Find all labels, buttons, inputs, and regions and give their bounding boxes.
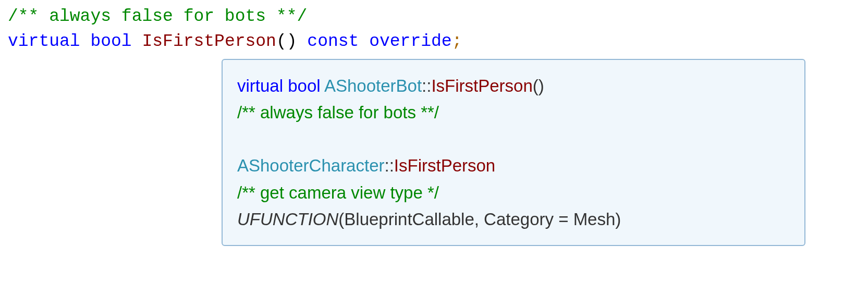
comment-text: /** always false for bots **/ — [8, 7, 307, 26]
tooltip-signature-line: virtual bool AShooterBot::IsFirstPerson(… — [237, 72, 790, 99]
keyword-const: const — [307, 32, 359, 51]
keyword-virtual: virtual — [8, 32, 80, 51]
class-name: AShooterBot — [324, 76, 422, 95]
keyword-override: override — [369, 32, 451, 51]
parentheses: () — [276, 32, 297, 51]
semicolon: ; — [452, 32, 462, 51]
function-name: IsFirstPerson — [431, 76, 532, 95]
keyword-bool: bool — [288, 76, 320, 95]
space — [80, 32, 91, 51]
tooltip-comment-line: /** always false for bots **/ — [237, 99, 790, 126]
comment-text: /** get camera view type */ — [237, 183, 439, 202]
class-name: AShooterCharacter — [237, 156, 384, 175]
intellisense-tooltip: virtual bool AShooterBot::IsFirstPerson(… — [222, 59, 805, 246]
code-editor-area[interactable]: /** always false for bots **/ virtual bo… — [8, 4, 860, 54]
space — [359, 32, 369, 51]
keyword-bool: bool — [90, 32, 131, 51]
double-colon: :: — [384, 156, 394, 175]
space — [283, 76, 288, 95]
space — [321, 76, 324, 95]
code-declaration-line: virtual bool IsFirstPerson() const overr… — [8, 29, 860, 54]
tooltip-base-line: AShooterCharacter::IsFirstPerson — [237, 152, 790, 179]
comment-text: /** always false for bots **/ — [237, 103, 439, 122]
tooltip-ufunction-line: UFUNCTION(BlueprintCallable, Category = … — [237, 206, 790, 232]
function-name: IsFirstPerson — [142, 32, 276, 51]
tooltip-blank-line — [237, 126, 790, 152]
keyword-virtual: virtual — [237, 76, 283, 95]
space — [132, 32, 142, 51]
space — [297, 32, 308, 51]
code-comment-line: /** always false for bots **/ — [8, 4, 860, 29]
macro-name: UFUNCTION — [237, 210, 338, 229]
parentheses: () — [533, 76, 544, 95]
macro-args: (BlueprintCallable, Category = Mesh) — [338, 210, 621, 229]
double-colon: :: — [422, 76, 431, 95]
function-name: IsFirstPerson — [394, 156, 495, 175]
tooltip-comment-line: /** get camera view type */ — [237, 179, 790, 206]
